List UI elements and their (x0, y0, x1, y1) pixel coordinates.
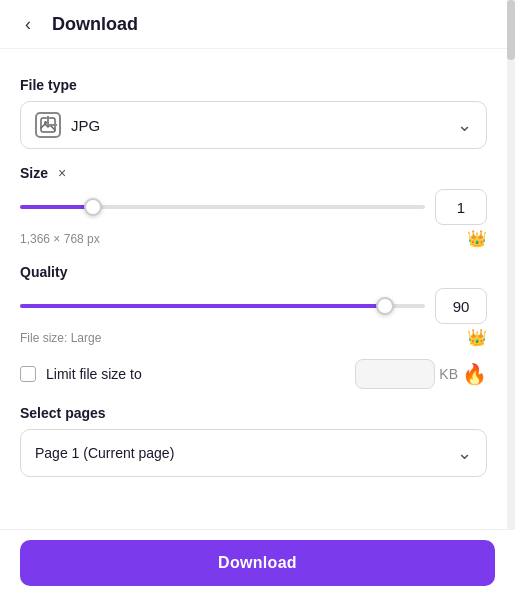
size-label-row: Size × (20, 165, 487, 181)
file-size-text: File size: Large (20, 331, 101, 345)
file-size-row: File size: Large 👑 (20, 328, 487, 347)
chevron-down-icon: ⌄ (457, 114, 472, 136)
file-type-dropdown[interactable]: JPG ⌄ (20, 101, 487, 149)
kb-input[interactable] (355, 359, 435, 389)
scrollbar-thumb[interactable] (507, 0, 515, 60)
size-slider-row: 1 (20, 189, 487, 225)
premium-flame-icon: 🔥 (462, 362, 487, 386)
download-button-wrap: Download (0, 529, 515, 596)
quality-section: Quality 90 File size: Large 👑 (20, 264, 487, 347)
image-file-icon (35, 112, 61, 138)
dropdown-left: JPG (35, 112, 100, 138)
page-title: Download (52, 14, 138, 35)
pages-value: Page 1 (Current page) (35, 445, 174, 461)
limit-left: Limit file size to (20, 366, 142, 382)
dimensions-text: 1,366 × 768 px (20, 232, 100, 246)
scrollbar[interactable] (507, 0, 515, 596)
content-area: File type JPG ⌄ Size × (0, 49, 515, 596)
size-suffix: × (58, 165, 66, 181)
dimensions-row: 1,366 × 768 px 👑 (20, 229, 487, 248)
download-button[interactable]: Download (20, 540, 495, 586)
select-pages-label: Select pages (20, 405, 487, 421)
back-icon: ‹ (25, 14, 31, 35)
limit-label: Limit file size to (46, 366, 142, 382)
download-panel: ‹ Download File type JPG ⌄ S (0, 0, 515, 596)
header: ‹ Download (0, 0, 515, 49)
size-slider-wrap (20, 197, 425, 217)
pages-dropdown[interactable]: Page 1 (Current page) ⌄ (20, 429, 487, 477)
quality-slider-wrap (20, 296, 425, 316)
size-value: 1 (457, 199, 465, 216)
quality-slider-row: 90 (20, 288, 487, 324)
size-value-box[interactable]: 1 (435, 189, 487, 225)
quality-value: 90 (453, 298, 470, 315)
select-pages-section: Select pages Page 1 (Current page) ⌄ (20, 405, 487, 477)
size-crown-icon: 👑 (467, 229, 487, 248)
kb-row: KB 🔥 (355, 359, 487, 389)
quality-crown-icon: 👑 (467, 328, 487, 347)
limit-checkbox[interactable] (20, 366, 36, 382)
size-label: Size (20, 165, 48, 181)
quality-label: Quality (20, 264, 487, 280)
quality-value-box[interactable]: 90 (435, 288, 487, 324)
file-type-label: File type (20, 77, 487, 93)
pages-chevron-icon: ⌄ (457, 442, 472, 464)
kb-unit-label: KB (439, 366, 458, 382)
file-type-value: JPG (71, 117, 100, 134)
back-button[interactable]: ‹ (14, 10, 42, 38)
limit-row: Limit file size to KB 🔥 (20, 359, 487, 389)
size-section: Size × 1 1,366 × 768 px 👑 (20, 165, 487, 248)
